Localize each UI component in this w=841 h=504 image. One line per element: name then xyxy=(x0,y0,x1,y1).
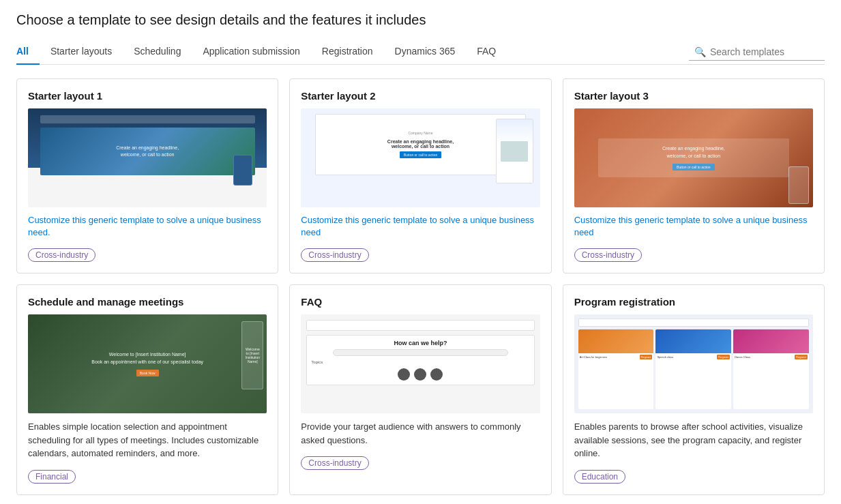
thumb-card-text-1: Art Class for beginners xyxy=(580,355,608,359)
thumb-icon-3 xyxy=(430,368,443,381)
tab-all[interactable]: All xyxy=(16,40,40,65)
thumb-topics: Topics xyxy=(311,360,323,364)
tab-application-submission[interactable]: Application submission xyxy=(192,40,310,65)
card-title: FAQ xyxy=(301,296,540,308)
thumb-main: Welcome to [Insert Institution Name]Book… xyxy=(70,314,225,413)
thumb-header xyxy=(306,320,534,331)
thumb-icon-1 xyxy=(398,368,410,381)
thumb-btn: Button or call to action xyxy=(673,164,714,171)
search-icon: 🔍 xyxy=(694,46,706,57)
card-title: Program registration xyxy=(574,296,813,308)
card-title: Schedule and manage meetings xyxy=(28,296,267,308)
card-thumbnail: Welcome to [Insert Institution Name]Book… xyxy=(28,314,267,413)
tab-faq[interactable]: FAQ xyxy=(466,40,507,65)
card-description: Customize this generic template to solve… xyxy=(28,214,267,239)
thumb-card-text-3: Dance Class xyxy=(735,355,750,359)
thumb-phone-text: Welcome to [Insert Institution Name] xyxy=(242,346,263,365)
search-input[interactable] xyxy=(710,46,819,57)
thumb-faq-title: How can we help? xyxy=(394,340,447,346)
thumb-header xyxy=(40,115,255,123)
thumb-icons xyxy=(398,368,443,381)
card-title: Starter layout 3 xyxy=(574,90,813,102)
card-faq[interactable]: FAQ How can we help? Topics Provide your… xyxy=(289,284,551,495)
card-description: Enables parents to browse after school a… xyxy=(574,420,813,460)
nav-tabs: All Starter layouts Scheduling Applicati… xyxy=(16,40,507,64)
tab-scheduling[interactable]: Scheduling xyxy=(123,40,192,65)
thumb-card-footer-3: Dance Class Register xyxy=(733,353,809,361)
card-thumbnail: Create an engaging headline,welcome, or … xyxy=(574,108,813,207)
card-thumbnail: Art Class for beginners Register Speech … xyxy=(574,314,813,413)
thumb-hero: Create an engaging headline,welcome, or … xyxy=(40,128,255,175)
card-thumbnail: Create an engaging headline,welcome, or … xyxy=(28,108,267,207)
card-description: Enables simple location selection and ap… xyxy=(28,420,267,460)
page-wrapper: Choose a template to see design details … xyxy=(0,0,841,504)
thumb-card-img-1 xyxy=(578,329,654,353)
card-starter-layout-1[interactable]: Starter layout 1 Create an engaging head… xyxy=(16,78,278,273)
thumb-header xyxy=(578,318,809,327)
card-thumbnail: Company Name Create an engaging headline… xyxy=(301,108,540,207)
thumb-text: Welcome to [Insert Institution Name]Book… xyxy=(91,351,203,366)
thumb-card-img-3 xyxy=(733,329,809,353)
card-tag: Education xyxy=(574,470,625,484)
cards-grid: Starter layout 1 Create an engaging head… xyxy=(16,78,825,495)
thumb-card-btn-1: Register xyxy=(640,355,653,359)
thumb-text: Create an engaging headline,welcome, or … xyxy=(605,145,782,160)
card-tag: Cross-industry xyxy=(28,248,95,262)
thumb-main: How can we help? Topics xyxy=(306,335,534,385)
thumb-headline: Create an engaging headline,welcome, or … xyxy=(387,139,454,149)
thumb-company: Company Name xyxy=(408,131,432,135)
thumb-card-btn-3: Register xyxy=(795,355,808,359)
thumb-main: Company Name Create an engaging headline… xyxy=(315,114,525,175)
card-starter-layout-2[interactable]: Starter layout 2 Company Name Create an … xyxy=(289,78,551,273)
thumb-card-footer-2: Speech class Register xyxy=(655,353,731,361)
card-schedule-meetings[interactable]: Schedule and manage meetings Welcome to … xyxy=(16,284,278,495)
thumb-phone xyxy=(788,166,809,204)
thumb-hero-text: Create an engaging headline,welcome, or … xyxy=(116,145,179,158)
thumb-right xyxy=(496,119,533,183)
thumb-card-img-2 xyxy=(655,329,731,353)
search-box: 🔍 xyxy=(689,44,825,61)
card-title: Starter layout 2 xyxy=(301,90,540,102)
card-tag: Cross-industry xyxy=(301,456,368,470)
thumb-hero: Create an engaging headline,welcome, or … xyxy=(598,138,789,177)
page-title: Choose a template to see design details … xyxy=(16,12,825,28)
thumb-btn: Book Now xyxy=(136,370,159,376)
thumb-img xyxy=(501,141,528,162)
card-description: Customize this generic template to solve… xyxy=(574,214,813,239)
card-program-registration[interactable]: Program registration Art Class for begin… xyxy=(563,284,825,495)
card-tag: Cross-industry xyxy=(301,248,368,262)
thumb-right-inner xyxy=(497,119,533,183)
card-title: Starter layout 1 xyxy=(28,90,267,102)
thumb-btn: Button or call to action xyxy=(400,151,441,158)
card-description: Customize this generic template to solve… xyxy=(301,214,540,239)
thumb-prog-card-2: Speech class Register xyxy=(655,329,731,409)
tab-dynamics365[interactable]: Dynamics 365 xyxy=(384,40,467,65)
nav-bar: All Starter layouts Scheduling Applicati… xyxy=(16,40,825,65)
thumb-phone: Welcome to [Insert Institution Name] xyxy=(241,321,263,389)
thumb-search xyxy=(333,349,507,356)
thumb-prog-card-1: Art Class for beginners Register xyxy=(578,329,654,409)
card-starter-layout-3[interactable]: Starter layout 3 Create an engaging head… xyxy=(563,78,825,273)
card-description: Provide your target audience with answer… xyxy=(301,420,540,447)
thumb-card-btn-2: Register xyxy=(717,355,730,359)
card-thumbnail: How can we help? Topics xyxy=(301,314,540,413)
thumb-card-text-2: Speech class xyxy=(657,355,673,359)
thumb-phone xyxy=(233,155,252,186)
tab-starter-layouts[interactable]: Starter layouts xyxy=(40,40,123,65)
thumb-icon-2 xyxy=(414,368,426,381)
thumb-content: Welcome to [Insert Institution Name]Book… xyxy=(91,351,203,376)
thumb-prog-card-3: Dance Class Register xyxy=(733,329,809,409)
thumb-grid: Art Class for beginners Register Speech … xyxy=(578,329,809,409)
card-tag: Financial xyxy=(28,470,76,484)
card-tag: Cross-industry xyxy=(574,248,642,262)
thumb-card-footer-1: Art Class for beginners Register xyxy=(578,353,654,361)
tab-registration[interactable]: Registration xyxy=(311,40,384,65)
